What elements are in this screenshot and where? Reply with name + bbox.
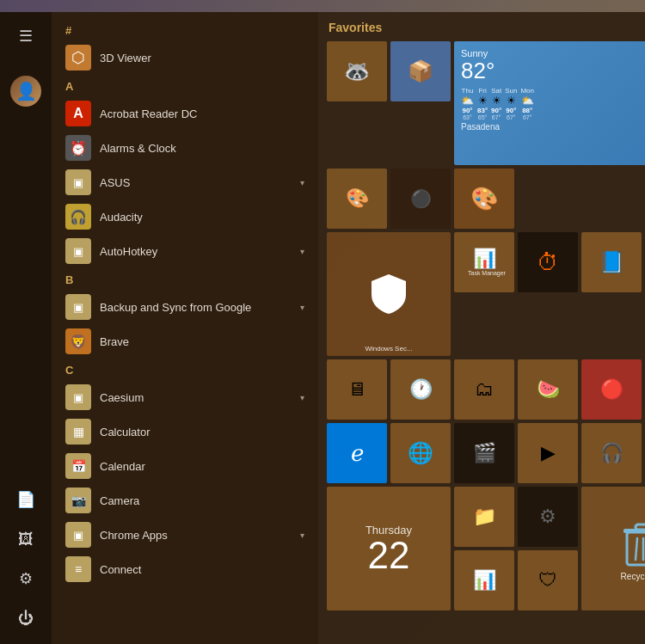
tiles-row-5: ℯ 🌐 🎬 ▶ 🎧 🛒: [327, 423, 636, 483]
file-util-icon: 📁: [473, 506, 496, 528]
asus-expand-arrow: ▾: [300, 178, 304, 187]
app-item-camera[interactable]: 📷 Camera: [52, 483, 318, 518]
tile-obs[interactable]: 🎬: [454, 423, 514, 483]
app-item-acrobat[interactable]: A Acrobat Reader DC: [52, 96, 318, 131]
app-label-camera: Camera: [100, 494, 304, 507]
app-item-alarms[interactable]: ⏰ Alarms & Clock: [52, 131, 318, 165]
app-list: # ⬡ 3D Viewer A A Acrobat Reader DC ⏰ Al…: [52, 12, 318, 644]
forecast-mon: Mon ⛅ 88° 67°: [520, 87, 534, 120]
weather-temp: 82°: [461, 58, 494, 83]
app-label-backup: Backup and Sync from Google: [100, 301, 300, 314]
file-manager-icon: 🗂: [475, 378, 494, 401]
app-label-caesium: Caesium: [100, 391, 300, 404]
tile-edge[interactable]: ℯ: [327, 423, 387, 483]
weather-city: Pasadena: [461, 122, 500, 132]
recycle-bin-icon: [620, 517, 646, 568]
tile-red-logo[interactable]: 🔴: [581, 359, 642, 420]
app-item-calculator[interactable]: ▦ Calculator: [52, 414, 318, 449]
app-item-asus[interactable]: ▣ ASUS ▾: [52, 165, 318, 199]
task-manager-icon: 📊: [473, 248, 496, 270]
app-icon-calculator: ▦: [65, 419, 91, 445]
app-item-caesium[interactable]: ▣ Caesium ▾: [52, 380, 318, 414]
tile-photo-app[interactable]: 🦝: [327, 41, 387, 101]
tile-label-recycle-bin: Recycle Bin: [621, 572, 645, 581]
forecast-fri: Fri ☀ 83° 65°: [477, 87, 488, 120]
dark-dots-icon: ⚫: [410, 188, 432, 209]
tile-pc[interactable]: 🖥: [327, 359, 387, 420]
section-header-c: C: [52, 359, 318, 380]
tile-label-task-manager: Task Manager: [468, 270, 506, 277]
app-label-connect: Connect: [100, 563, 304, 576]
mosaic-icon: 🍉: [537, 378, 560, 401]
app-item-3d-viewer[interactable]: ⬡ 3D Viewer: [52, 40, 318, 75]
app-item-chrome-apps[interactable]: ▣ Chrome Apps ▾: [52, 518, 318, 552]
app-icon-acrobat: A: [65, 101, 91, 126]
app-item-brave[interactable]: 🦁 Brave: [52, 324, 318, 359]
tile-dark-dots[interactable]: ⚫: [390, 169, 451, 229]
tile-doc-blue[interactable]: 📘: [581, 232, 642, 292]
tile-bar-chart[interactable]: 📊: [454, 550, 514, 610]
app-label-chrome-apps: Chrome Apps: [100, 529, 300, 542]
tile-headphones[interactable]: 🎧: [581, 423, 642, 483]
app-label-audacity: Audacity: [100, 211, 304, 224]
settings-icon: ⚙: [19, 569, 33, 588]
tile-file-manager[interactable]: 🗂: [454, 359, 514, 420]
tile-chrome[interactable]: 🌐: [390, 423, 451, 483]
tile-fan-monitor[interactable]: ⚙: [518, 487, 578, 547]
settings-button[interactable]: ⚙: [9, 561, 43, 596]
tiles-header: Favorites: [327, 21, 636, 34]
app-label-brave: Brave: [100, 335, 304, 348]
weather-tile[interactable]: Sunny 82° Thu ⛅ 90° 63° Fri ☀ 83° 65°: [454, 41, 645, 165]
tile-mosaic[interactable]: 🍉: [518, 359, 578, 420]
tile-label-windows-security: Windows Sec...: [329, 345, 448, 353]
tile-plex[interactable]: ▶: [518, 423, 578, 483]
tile-calendar[interactable]: Thursday 22: [327, 487, 451, 610]
power-icon: ⏻: [18, 610, 34, 628]
section-header-b: B: [52, 268, 318, 290]
pictures-button[interactable]: 🖼: [9, 522, 43, 556]
svg-line-3: [636, 538, 637, 560]
hamburger-icon: ☰: [19, 27, 33, 46]
tiles-row-3: Windows Sec... 📊 Task Manager ⏱ 📘 📗: [327, 232, 636, 356]
documents-button[interactable]: 📄: [9, 482, 43, 517]
power-button[interactable]: ⏻: [9, 601, 43, 635]
app-item-backup[interactable]: ▣ Backup and Sync from Google ▾: [52, 290, 318, 324]
user-avatar[interactable]: 👤: [10, 76, 41, 107]
documents-icon: 📄: [16, 490, 35, 509]
clock-icon: 🕐: [409, 378, 433, 401]
app-icon-caesium: ▣: [65, 384, 91, 410]
top-bar: [0, 0, 645, 12]
hamburger-menu-button[interactable]: ☰: [9, 19, 43, 53]
app-label-acrobat: Acrobat Reader DC: [100, 107, 304, 120]
app-item-calendar[interactable]: 📅 Calendar: [52, 449, 318, 483]
stack-app-icon: 📦: [408, 59, 433, 83]
tile-stack-app[interactable]: 📦: [390, 41, 451, 101]
tile-color-wheel[interactable]: 🎨: [454, 169, 514, 229]
tile-task-manager[interactable]: 📊 Task Manager: [454, 232, 514, 292]
obs-icon: 🎬: [473, 442, 496, 464]
app-item-autohotkey[interactable]: ▣ AutoHotkey ▾: [52, 234, 318, 268]
app-label-autohotkey: AutoHotkey: [100, 245, 300, 258]
tile-speedtest[interactable]: ⏱: [518, 232, 578, 292]
security-shield-icon: [367, 271, 410, 318]
tile-clock[interactable]: 🕐: [390, 359, 451, 420]
app-label-3d-viewer: 3D Viewer: [100, 52, 304, 64]
edge-icon: ℯ: [351, 440, 364, 467]
tile-recycle-bin[interactable]: Recycle Bin: [581, 487, 645, 610]
pictures-icon: 🖼: [18, 531, 34, 549]
app-label-alarms: Alarms & Clock: [100, 142, 304, 155]
chrome-apps-expand-arrow: ▾: [300, 531, 304, 540]
tile-file-util[interactable]: 📁: [454, 487, 514, 547]
app-icon-calendar: 📅: [65, 453, 91, 479]
tile-windows-security[interactable]: Windows Sec...: [327, 232, 451, 356]
color-wheel-icon: 🎨: [470, 186, 498, 212]
app-item-audacity[interactable]: 🎧 Audacity: [52, 199, 318, 234]
tile-malwarebytes[interactable]: 🛡: [518, 550, 578, 610]
tiles-row-2: 🎨 ⚫ 🎨: [327, 169, 636, 229]
app-icon-backup: ▣: [65, 294, 91, 320]
autohotkey-expand-arrow: ▾: [300, 247, 304, 256]
backup-expand-arrow: ▾: [300, 303, 304, 312]
photo-app-icon: 🦝: [344, 59, 370, 83]
app-item-connect[interactable]: ≡ Connect: [52, 552, 318, 586]
tile-paint-app[interactable]: 🎨: [327, 169, 387, 229]
